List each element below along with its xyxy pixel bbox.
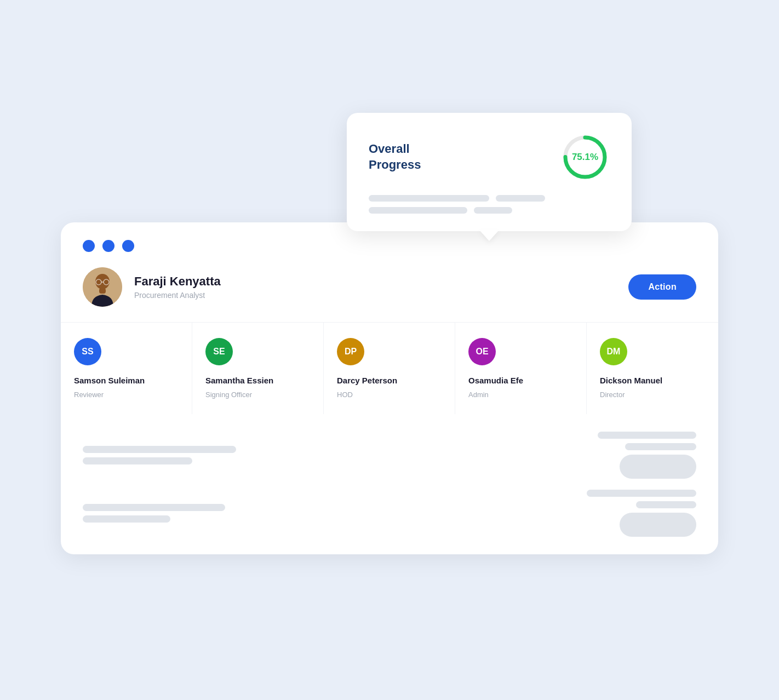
profile-left: Faraji Kenyatta Procurement Analyst (83, 267, 221, 307)
team-member-role: Reviewer (74, 391, 179, 399)
dot-2 (102, 240, 114, 252)
skeleton-bar (587, 490, 696, 497)
skeleton-bar (369, 207, 467, 214)
team-cell: DMDickson ManuelDirector (587, 323, 718, 414)
team-member-name: Samson Suleiman (74, 375, 179, 386)
skeleton-button (620, 455, 696, 479)
dot-1 (83, 240, 95, 252)
skeleton-bar (83, 446, 236, 453)
team-avatar: DM (600, 338, 627, 365)
avatar-svg (83, 267, 122, 307)
team-grid: SSSamson SuleimanReviewerSESamantha Essi… (61, 322, 718, 414)
main-card: Faraji Kenyatta Procurement Analyst Acti… (61, 222, 718, 554)
skeleton-bar (625, 443, 696, 450)
team-member-role: HOD (337, 391, 442, 399)
skeleton-bar (496, 195, 545, 202)
bottom-right-1 (598, 432, 696, 479)
skeleton-bar (598, 432, 696, 439)
progress-title: Overall Progress (369, 141, 421, 173)
team-member-role: Director (600, 391, 705, 399)
profile-name: Faraji Kenyatta (134, 274, 221, 289)
bottom-left-2 (83, 504, 225, 523)
progress-skeleton (369, 195, 610, 214)
profile-row: Faraji Kenyatta Procurement Analyst Acti… (61, 252, 718, 322)
svg-rect-7 (99, 288, 106, 294)
bottom-left-1 (83, 446, 236, 464)
skeleton-bar (474, 207, 512, 214)
skeleton-bar (83, 457, 192, 464)
avatar (83, 267, 122, 307)
bottom-skeletons (61, 414, 718, 554)
team-cell: SSSamson SuleimanReviewer (61, 323, 192, 414)
team-member-name: Dickson Manuel (600, 375, 705, 386)
team-avatar: SS (74, 338, 101, 365)
skeleton-bar (369, 195, 489, 202)
team-cell: DPDarcy PetersonHOD (324, 323, 455, 414)
page-container: Overall Progress 75.1% (61, 113, 718, 587)
team-cell: OEOsamudia EfeAdmin (455, 323, 587, 414)
skeleton-row-2 (369, 207, 610, 214)
action-button[interactable]: Action (628, 274, 696, 300)
team-member-role: Admin (468, 391, 573, 399)
svg-point-3 (95, 274, 110, 289)
skeleton-row-1 (369, 195, 610, 202)
skeleton-bar (83, 504, 225, 511)
profile-job-title: Procurement Analyst (134, 291, 221, 300)
progress-percentage: 75.1% (572, 152, 598, 163)
bottom-row-2 (83, 490, 696, 537)
skeleton-bar (636, 501, 696, 508)
bottom-right-2 (587, 490, 696, 537)
team-avatar: SE (205, 338, 233, 365)
skeleton-button (620, 513, 696, 537)
team-member-name: Darcy Peterson (337, 375, 442, 386)
bottom-row-1 (83, 432, 696, 479)
team-cell: SESamantha EssienSigning Officer (192, 323, 324, 414)
dot-3 (122, 240, 134, 252)
team-avatar: OE (468, 338, 496, 365)
progress-card: Overall Progress 75.1% (347, 113, 632, 231)
progress-circle: 75.1% (560, 133, 610, 182)
team-avatar: DP (337, 338, 364, 365)
profile-info: Faraji Kenyatta Procurement Analyst (134, 274, 221, 300)
skeleton-bar (83, 515, 170, 523)
team-member-name: Osamudia Efe (468, 375, 573, 386)
team-member-role: Signing Officer (205, 391, 310, 399)
team-member-name: Samantha Essien (205, 375, 310, 386)
